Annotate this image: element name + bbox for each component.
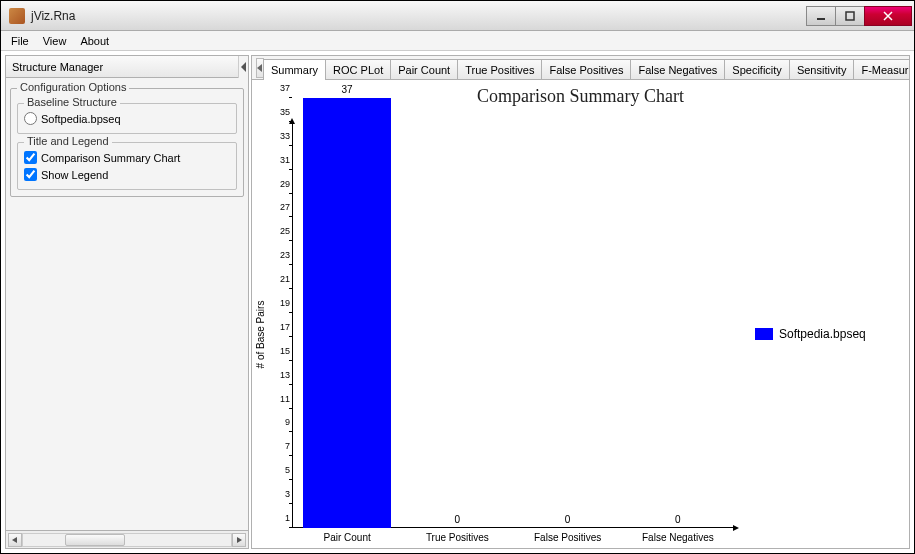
scroll-left-button[interactable] bbox=[8, 533, 22, 547]
chart-panel: Summary ROC PLot Pair Count True Positiv… bbox=[251, 55, 910, 549]
minimize-button[interactable] bbox=[806, 6, 836, 26]
baseline-radio[interactable] bbox=[24, 112, 37, 125]
structure-manager-panel: Structure Manager Configuration Options … bbox=[5, 55, 249, 549]
y-tick-mark bbox=[289, 312, 292, 313]
tab-summary[interactable]: Summary bbox=[263, 59, 326, 80]
y-tick: 37 bbox=[270, 83, 290, 93]
bars-container: 37000 bbox=[292, 120, 733, 528]
y-tick: 33 bbox=[270, 131, 290, 141]
structure-manager-body: Configuration Options Baseline Structure… bbox=[6, 78, 248, 530]
tab-specificity[interactable]: Specificity bbox=[724, 59, 790, 79]
scroll-right-button[interactable] bbox=[232, 533, 246, 547]
y-tick-mark bbox=[289, 431, 292, 432]
y-tick-mark bbox=[289, 527, 292, 528]
bar-value-label: 0 bbox=[413, 514, 501, 525]
tab-false-positives[interactable]: False Positives bbox=[541, 59, 631, 79]
y-tick: 9 bbox=[270, 417, 290, 427]
window-controls bbox=[807, 6, 912, 26]
menu-file[interactable]: File bbox=[5, 33, 35, 49]
scroll-track[interactable] bbox=[22, 533, 232, 547]
show-legend-check-label: Show Legend bbox=[41, 169, 108, 181]
y-tick-mark bbox=[289, 479, 292, 480]
y-tick-mark bbox=[289, 408, 292, 409]
y-tick: 29 bbox=[270, 179, 290, 189]
bar-value-label: 37 bbox=[303, 84, 391, 95]
y-tick: 3 bbox=[270, 489, 290, 499]
y-tick: 19 bbox=[270, 298, 290, 308]
bar-column: 0 bbox=[623, 120, 733, 528]
x-axis-labels: Pair CountTrue PositivesFalse PositivesF… bbox=[292, 530, 733, 548]
chart-title-check-row[interactable]: Comparison Summary Chart bbox=[24, 149, 230, 166]
x-axis-arrow-icon bbox=[733, 525, 739, 531]
chart-title-checkbox[interactable] bbox=[24, 151, 37, 164]
y-tick-mark bbox=[289, 336, 292, 337]
window-title: jViz.Rna bbox=[31, 9, 807, 23]
menu-about[interactable]: About bbox=[74, 33, 115, 49]
y-tick: 21 bbox=[270, 274, 290, 284]
menu-view[interactable]: View bbox=[37, 33, 73, 49]
bar-value-label: 0 bbox=[524, 514, 612, 525]
x-axis-category-label: Pair Count bbox=[292, 530, 402, 548]
chart-tabs: Summary ROC PLot Pair Count True Positiv… bbox=[252, 56, 909, 80]
bar-column: 0 bbox=[513, 120, 623, 528]
y-tick-mark bbox=[289, 216, 292, 217]
y-tick: 25 bbox=[270, 226, 290, 236]
y-tick: 23 bbox=[270, 250, 290, 260]
titlebar[interactable]: jViz.Rna bbox=[1, 1, 914, 31]
client-area: Structure Manager Configuration Options … bbox=[1, 51, 914, 553]
tab-sensitivity[interactable]: Sensitivity bbox=[789, 59, 855, 79]
y-tick-mark bbox=[289, 169, 292, 170]
y-tick-mark bbox=[289, 121, 292, 122]
app-window: jViz.Rna File View About Structure Manag… bbox=[0, 0, 915, 554]
y-tick: 31 bbox=[270, 155, 290, 165]
panel-scrollbar[interactable] bbox=[6, 530, 248, 548]
svg-rect-1 bbox=[846, 12, 854, 20]
tab-roc-plot[interactable]: ROC PLot bbox=[325, 59, 391, 79]
bar-value-label: 0 bbox=[634, 514, 722, 525]
y-tick: 11 bbox=[270, 394, 290, 404]
collapse-panel-button[interactable] bbox=[238, 56, 248, 78]
tab-true-positives[interactable]: True Positives bbox=[457, 59, 542, 79]
baseline-structure-title: Baseline Structure bbox=[24, 96, 120, 108]
app-icon bbox=[9, 8, 25, 24]
x-axis-category-label: False Negatives bbox=[623, 530, 733, 548]
y-tick-mark bbox=[289, 503, 292, 504]
y-tick-mark bbox=[289, 384, 292, 385]
tab-f-measure[interactable]: F-Measure bbox=[853, 59, 910, 79]
svg-rect-0 bbox=[817, 18, 825, 20]
y-tick: 1 bbox=[270, 513, 290, 523]
legend-label: Softpedia.bpseq bbox=[779, 327, 866, 341]
y-tick-mark bbox=[289, 455, 292, 456]
baseline-structure-group: Baseline Structure Softpedia.bpseq bbox=[17, 103, 237, 134]
y-tick-mark bbox=[289, 264, 292, 265]
tab-false-negatives[interactable]: False Negatives bbox=[630, 59, 725, 79]
chart-title-check-label: Comparison Summary Chart bbox=[41, 152, 180, 164]
y-tick: 15 bbox=[270, 346, 290, 356]
legend-swatch bbox=[755, 328, 773, 340]
configuration-options-title: Configuration Options bbox=[17, 81, 129, 93]
chart-body: # of Base Pairs 135791113151719212325272… bbox=[252, 120, 909, 548]
tab-pair-count[interactable]: Pair Count bbox=[390, 59, 458, 79]
chart-legend: Softpedia.bpseq bbox=[749, 120, 909, 548]
y-tick: 13 bbox=[270, 370, 290, 380]
y-tick-mark bbox=[289, 240, 292, 241]
show-legend-check-row[interactable]: Show Legend bbox=[24, 166, 230, 183]
menubar: File View About bbox=[1, 31, 914, 51]
configuration-options-group: Configuration Options Baseline Structure… bbox=[10, 88, 244, 197]
baseline-option-label: Softpedia.bpseq bbox=[41, 113, 121, 125]
chart-area: Comparison Summary Chart # of Base Pairs… bbox=[252, 80, 909, 548]
y-tick-mark bbox=[289, 145, 292, 146]
scroll-thumb[interactable] bbox=[65, 534, 125, 546]
structure-manager-header: Structure Manager bbox=[6, 56, 238, 78]
bar-column: 0 bbox=[402, 120, 512, 528]
title-legend-group: Title and Legend Comparison Summary Char… bbox=[17, 142, 237, 190]
y-axis-label: # of Base Pairs bbox=[252, 120, 270, 548]
baseline-option-row[interactable]: Softpedia.bpseq bbox=[24, 110, 230, 127]
maximize-button[interactable] bbox=[835, 6, 865, 26]
close-button[interactable] bbox=[864, 6, 912, 26]
x-axis-category-label: False Positives bbox=[513, 530, 623, 548]
show-legend-checkbox[interactable] bbox=[24, 168, 37, 181]
y-axis: 135791113151719212325272931333537 bbox=[270, 120, 292, 548]
title-legend-title: Title and Legend bbox=[24, 135, 112, 147]
y-tick-mark bbox=[289, 360, 292, 361]
